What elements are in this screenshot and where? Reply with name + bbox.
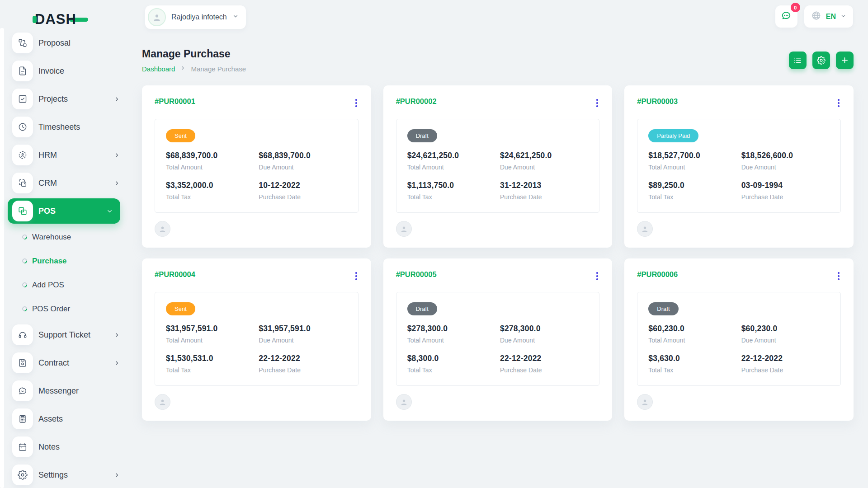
purchase-card: #PUR00006 Draft $60,230.0Total Amount $6… — [624, 258, 854, 421]
user-avatar[interactable] — [637, 394, 653, 410]
total-amount-value: $24,621,250.0 — [407, 151, 495, 160]
sidebar-item-invoice[interactable]: Invoice — [0, 57, 129, 85]
breadcrumb-current: Manage Purchase — [191, 65, 246, 73]
crm-icon — [12, 173, 33, 193]
user-avatar[interactable] — [155, 394, 170, 410]
sidebar-item-label: Notes — [38, 442, 60, 452]
due-amount-value: $68,839,700.0 — [259, 151, 347, 160]
user-avatar[interactable] — [396, 221, 412, 237]
bullet-icon — [21, 234, 28, 240]
purchase-id-link[interactable]: #PUR00005 — [396, 270, 437, 279]
status-badge: Sent — [166, 129, 195, 142]
sidebar-item-settings[interactable]: Settings — [0, 461, 129, 488]
sidebar-item-contract[interactable]: Contract — [0, 349, 129, 377]
sidebar-item-purchase[interactable]: Purchase — [0, 249, 129, 273]
breadcrumb-dashboard-link[interactable]: Dashboard — [142, 65, 175, 73]
sidebar-item-label: POS Order — [32, 305, 70, 314]
page-title: Manage Purchase — [142, 48, 246, 60]
sidebar-item-assets[interactable]: Assets — [0, 405, 129, 433]
due-amount-label: Due Amount — [259, 164, 347, 171]
kebab-menu-button[interactable] — [595, 97, 599, 109]
purchase-date-label: Purchase Date — [500, 193, 588, 201]
purchase-date-label: Purchase Date — [741, 366, 830, 374]
purchase-id-link[interactable]: #PUR00002 — [396, 97, 437, 106]
sidebar-item-pos-order[interactable]: POS Order — [0, 297, 129, 321]
due-amount-value: $278,300.0 — [500, 324, 588, 333]
purchase-summary-box: Sent $31,957,591.0Total Amount $31,957,5… — [155, 292, 359, 386]
purchase-date-value: 10-12-2022 — [259, 181, 347, 190]
hrm-icon — [12, 145, 33, 165]
total-tax-value: $1,113,750.0 — [407, 181, 495, 190]
sidebar-item-label: Assets — [38, 414, 63, 424]
status-badge: Sent — [166, 302, 195, 315]
sidebar-item-label: Invoice — [38, 66, 64, 76]
purchase-card: #PUR00005 Draft $278,300.0Total Amount $… — [383, 258, 613, 421]
total-amount-value: $68,839,700.0 — [166, 151, 254, 160]
sidebar-item-projects[interactable]: Projects — [0, 85, 129, 113]
total-tax-label: Total Tax — [648, 366, 736, 374]
kebab-menu-button[interactable] — [354, 97, 359, 109]
brand-logo-text: DASH — [35, 11, 76, 28]
sidebar-item-pos[interactable]: POS — [8, 198, 120, 224]
kebab-menu-button[interactable] — [836, 97, 841, 109]
purchase-summary-box: Draft $24,621,250.0Total Amount $24,621,… — [396, 119, 600, 213]
purchase-id-link[interactable]: #PUR00006 — [637, 270, 678, 279]
kebab-menu-button[interactable] — [836, 270, 841, 282]
chevron-right-icon — [113, 360, 120, 366]
purchase-id-link[interactable]: #PUR00003 — [637, 97, 678, 106]
user-avatar[interactable] — [396, 394, 412, 410]
sidebar-item-proposal[interactable]: Proposal — [0, 29, 129, 57]
total-amount-label: Total Amount — [407, 337, 495, 344]
messenger-icon — [12, 380, 33, 401]
add-purchase-button[interactable] — [836, 52, 854, 69]
purchase-card: #PUR00001 Sent $68,839,700.0Total Amount… — [142, 85, 371, 248]
sidebar-item-label: Add POS — [32, 281, 64, 290]
status-badge: Draft — [407, 129, 437, 142]
sidebar-item-support-ticket[interactable]: Support Ticket — [0, 321, 129, 349]
assets-icon — [12, 408, 33, 429]
chevron-right-icon — [180, 65, 186, 73]
purchase-id-link[interactable]: #PUR00001 — [155, 97, 195, 106]
kebab-menu-button[interactable] — [595, 270, 599, 282]
purchase-date-value: 22-12-2022 — [259, 354, 347, 363]
purchase-card: #PUR00002 Draft $24,621,250.0Total Amoun… — [383, 85, 613, 248]
total-tax-value: $8,300.0 — [407, 354, 495, 363]
kebab-menu-button[interactable] — [354, 270, 359, 282]
bullet-icon — [21, 282, 28, 288]
total-tax-label: Total Tax — [407, 366, 495, 374]
sidebar-item-messenger[interactable]: Messenger — [0, 377, 129, 405]
sidebar-item-warehouse[interactable]: Warehouse — [0, 225, 129, 249]
sidebar-item-crm[interactable]: CRM — [0, 169, 129, 197]
user-avatar[interactable] — [637, 221, 653, 237]
sidebar-item-label: Settings — [38, 470, 68, 480]
purchase-date-value: 22-12-2022 — [500, 354, 588, 363]
purchase-id-link[interactable]: #PUR00004 — [155, 270, 195, 279]
total-amount-value: $31,957,591.0 — [166, 324, 254, 333]
purchase-date-value: 22-12-2022 — [741, 354, 830, 363]
notes-icon — [12, 436, 33, 457]
total-amount-label: Total Amount — [407, 164, 495, 171]
purchase-cards-grid: #PUR00001 Sent $68,839,700.0Total Amount… — [142, 85, 854, 421]
sidebar-item-hrm[interactable]: HRM — [0, 141, 129, 169]
due-amount-value: $18,526,600.0 — [741, 151, 830, 160]
due-amount-value: $31,957,591.0 — [259, 324, 347, 333]
sidebar-item-add-pos[interactable]: Add POS — [0, 273, 129, 297]
sidebar-item-notes[interactable]: Notes — [0, 433, 129, 461]
purchase-card: #PUR00003 Partialy Paid $18,527,700.0Tot… — [624, 85, 854, 248]
chevron-right-icon — [113, 472, 120, 479]
sidebar-item-timesheets[interactable]: Timesheets — [0, 113, 129, 141]
sidebar-item-label: Messenger — [38, 386, 79, 396]
total-amount-label: Total Amount — [166, 164, 254, 171]
purchase-date-value: 03-09-1994 — [741, 181, 830, 190]
list-view-button[interactable] — [789, 52, 807, 69]
projects-icon — [12, 89, 33, 109]
sidebar-item-label: Timesheets — [38, 122, 80, 132]
sidebar-item-label: Support Ticket — [38, 330, 90, 340]
user-avatar[interactable] — [155, 221, 170, 237]
settings-gear-icon — [12, 465, 33, 485]
brand-logo[interactable]: DASH — [33, 10, 88, 29]
grid-settings-button[interactable] — [812, 52, 830, 69]
total-tax-label: Total Tax — [407, 193, 495, 201]
status-badge: Draft — [407, 302, 437, 315]
sidebar-item-label: Proposal — [38, 38, 71, 48]
